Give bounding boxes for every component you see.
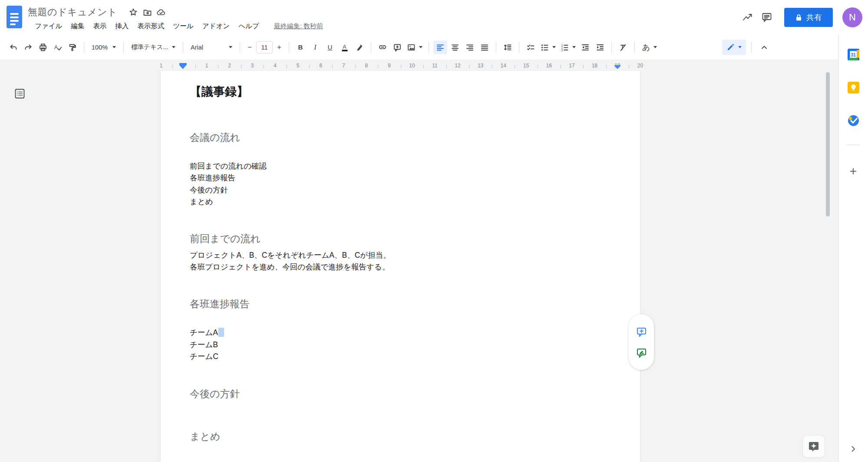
menu-tools[interactable]: ツール bbox=[168, 20, 198, 32]
ruler-tick bbox=[538, 65, 538, 68]
doc-line[interactable]: 前回までの流れの確認 bbox=[190, 160, 623, 172]
paint-format-button[interactable] bbox=[66, 40, 79, 54]
hide-side-panel-icon[interactable] bbox=[847, 442, 860, 455]
bulleted-list-button[interactable] bbox=[538, 40, 558, 54]
doc-heading-progress[interactable]: 各班進捗報告 bbox=[190, 297, 623, 310]
zoom-select[interactable]: 100% bbox=[88, 40, 119, 54]
document-stats-icon[interactable] bbox=[738, 8, 757, 27]
font-select[interactable]: Arial bbox=[187, 40, 236, 54]
clear-formatting-button[interactable] bbox=[616, 40, 630, 54]
move-to-folder-icon[interactable] bbox=[142, 7, 152, 17]
open-comments-icon[interactable] bbox=[757, 8, 776, 27]
align-left-button[interactable] bbox=[433, 40, 447, 54]
account-avatar[interactable]: N bbox=[842, 7, 862, 27]
menu-edit[interactable]: 編集 bbox=[66, 20, 89, 32]
share-button[interactable]: 共有 bbox=[784, 8, 833, 27]
justify-button[interactable] bbox=[478, 40, 492, 54]
italic-button[interactable]: I bbox=[308, 40, 322, 54]
numbered-list-button[interactable]: 123 bbox=[558, 40, 578, 54]
chevron-down-icon bbox=[653, 46, 657, 48]
spell-check-button[interactable]: A bbox=[51, 40, 65, 54]
vertical-scrollbar-thumb[interactable] bbox=[826, 72, 830, 216]
suggest-edits-fab-icon[interactable] bbox=[634, 345, 649, 360]
decrease-font-size-button[interactable]: − bbox=[244, 40, 255, 54]
google-tasks-icon[interactable] bbox=[847, 114, 860, 127]
paragraph-style-select[interactable]: 標準テキス... bbox=[128, 40, 179, 54]
cloud-saved-icon[interactable] bbox=[156, 7, 166, 17]
highlight-color-button[interactable] bbox=[353, 40, 366, 54]
doc-paragraph-previous[interactable]: プロジェクトA、B、CをそれぞれチームA、B、Cが担当。 各班プロジェクトを進め… bbox=[190, 249, 623, 273]
ruler-tick bbox=[515, 65, 515, 68]
font-size-input[interactable]: 11 bbox=[256, 41, 273, 53]
menu-format[interactable]: 表示形式 bbox=[133, 20, 168, 32]
menu-help[interactable]: ヘルプ bbox=[234, 20, 264, 32]
doc-paragraph-agenda[interactable]: 前回までの流れの確認 各班進捗報告 今後の方針 まとめ bbox=[190, 160, 623, 208]
doc-paragraph-teams[interactable]: チームA チームB チームC bbox=[190, 327, 623, 362]
document-title-input[interactable]: 無題のドキュメント bbox=[28, 6, 117, 19]
doc-line[interactable]: まとめ bbox=[190, 196, 623, 208]
doc-line-team-c[interactable]: チームC bbox=[190, 351, 623, 362]
menu-view[interactable]: 表示 bbox=[89, 20, 111, 32]
google-keep-icon[interactable] bbox=[847, 81, 860, 94]
star-icon[interactable] bbox=[129, 7, 138, 17]
hide-menus-button[interactable] bbox=[757, 40, 771, 54]
doc-heading-summary[interactable]: まとめ bbox=[190, 430, 623, 443]
google-calendar-icon[interactable]: 31 bbox=[847, 48, 860, 61]
text-selection-highlight bbox=[218, 328, 224, 337]
ruler-tick bbox=[309, 65, 310, 68]
print-button[interactable] bbox=[36, 40, 50, 54]
ruler-tick bbox=[606, 65, 607, 68]
increase-font-size-button[interactable]: + bbox=[274, 40, 284, 54]
doc-line[interactable]: 各班プロジェクトを進め、今回の会議で進捗を報告する。 bbox=[190, 261, 623, 273]
last-edit-link[interactable]: 最終編集: 数秒前 bbox=[274, 22, 323, 30]
redo-button[interactable] bbox=[21, 40, 35, 54]
get-addons-button[interactable]: + bbox=[850, 164, 857, 178]
menu-insert[interactable]: 挿入 bbox=[111, 20, 133, 32]
left-indent-triangle bbox=[179, 65, 186, 69]
add-comment-fab-icon[interactable] bbox=[634, 324, 649, 339]
doc-line-team-a[interactable]: チームA bbox=[190, 327, 623, 339]
line-spacing-button[interactable] bbox=[501, 40, 515, 54]
text-color-button[interactable]: A bbox=[338, 40, 352, 54]
bold-button[interactable]: B bbox=[294, 40, 307, 54]
doc-heading-previous[interactable]: 前回までの流れ bbox=[190, 232, 623, 245]
doc-line-team-b[interactable]: チームB bbox=[190, 339, 623, 351]
left-indent-marker[interactable] bbox=[179, 63, 187, 70]
document-outline-icon[interactable] bbox=[13, 87, 26, 100]
increase-indent-button[interactable] bbox=[593, 40, 607, 54]
toolbar-divider bbox=[429, 42, 429, 53]
ruler-tick bbox=[492, 65, 492, 68]
align-right-button[interactable] bbox=[463, 40, 477, 54]
checklist-button[interactable] bbox=[524, 40, 538, 54]
docs-logo[interactable] bbox=[7, 6, 22, 28]
doc-line[interactable]: プロジェクトA、B、CをそれぞれチームA、B、Cが担当。 bbox=[190, 249, 623, 261]
pencil-icon bbox=[726, 43, 735, 51]
menu-addons[interactable]: アドオン bbox=[198, 20, 234, 32]
undo-button[interactable] bbox=[7, 40, 20, 54]
underline-button[interactable]: U bbox=[323, 40, 337, 54]
ruler-number: 4 bbox=[274, 63, 277, 69]
ruler-tick bbox=[355, 65, 356, 68]
doc-line[interactable]: 各班進捗報告 bbox=[190, 172, 623, 184]
explore-button[interactable] bbox=[802, 435, 825, 458]
editing-mode-button[interactable] bbox=[722, 40, 746, 55]
menu-file[interactable]: ファイル bbox=[30, 20, 66, 32]
ruler[interactable]: 1 1234567891011121314151617181920 bbox=[0, 62, 838, 70]
toolbar-divider bbox=[84, 42, 84, 53]
insert-image-button[interactable] bbox=[405, 40, 424, 54]
doc-heading-policy[interactable]: 今後の方針 bbox=[190, 387, 623, 400]
right-indent-marker[interactable] bbox=[614, 65, 621, 69]
toolbar-divider bbox=[496, 42, 496, 53]
add-comment-button[interactable] bbox=[390, 40, 404, 54]
input-tools-button[interactable]: あ bbox=[639, 40, 660, 54]
toolbar-divider bbox=[183, 42, 183, 53]
doc-heading-agenda[interactable]: 会議の流れ bbox=[190, 131, 623, 144]
doc-heading-title[interactable]: 【議事録】 bbox=[190, 84, 623, 100]
toolbar-divider bbox=[240, 42, 240, 53]
ruler-number: 6 bbox=[319, 63, 322, 69]
document-page[interactable]: 【議事録】 会議の流れ 前回までの流れの確認 各班進捗報告 今後の方針 まとめ … bbox=[161, 71, 640, 462]
align-center-button[interactable] bbox=[448, 40, 462, 54]
decrease-indent-button[interactable] bbox=[578, 40, 592, 54]
insert-link-button[interactable] bbox=[376, 40, 389, 54]
doc-line[interactable]: 今後の方針 bbox=[190, 184, 623, 196]
